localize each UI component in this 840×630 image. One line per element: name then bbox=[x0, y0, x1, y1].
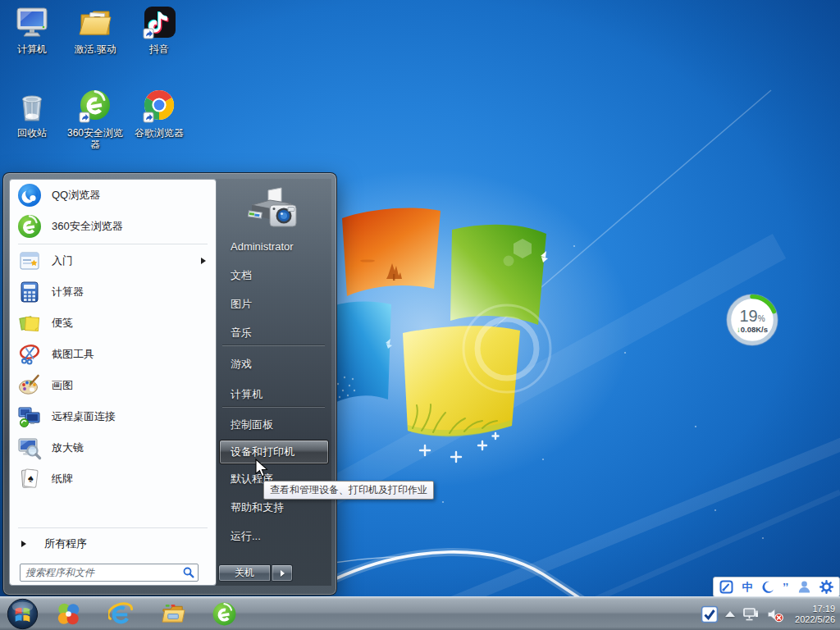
start-item-calculator[interactable]: 计算器 bbox=[13, 276, 212, 308]
desktop-icon-driver-folder[interactable]: 激活.驱动 bbox=[63, 5, 127, 55]
start-right-computer[interactable]: 计算机 bbox=[219, 384, 328, 405]
start-item-label: 入门 bbox=[52, 253, 73, 268]
start-item-label: 画图 bbox=[52, 378, 73, 393]
tray-date: 2022/5/26 bbox=[791, 614, 835, 625]
ime-mode-indicator[interactable]: 中 bbox=[742, 582, 752, 592]
start-menu-separator bbox=[18, 244, 208, 244]
start-right-help-support[interactable]: 帮助和支持 bbox=[219, 497, 328, 518]
start-menu-right-panel: Administrator 文档 图片 音乐 游戏 计算机 控制面板 设备和打印… bbox=[216, 179, 331, 586]
desktop-icon-recycle-bin[interactable]: 回收站 bbox=[0, 89, 64, 139]
tray-clock[interactable]: 17:19 2022/5/26 bbox=[791, 604, 835, 625]
network-speed-widget[interactable]: 19% ↓0.08K/s bbox=[726, 294, 778, 346]
desktop-icon-label: 抖音 bbox=[127, 43, 191, 55]
solitaire-icon: ♠ bbox=[17, 467, 42, 491]
start-item-qq-browser[interactable]: QQ浏览器 bbox=[13, 180, 212, 211]
desktop-icon-label: 激活.驱动 bbox=[63, 43, 127, 55]
start-menu: QQ浏览器 360安全浏览器 bbox=[2, 172, 337, 596]
start-item-paint[interactable]: 画图 bbox=[13, 370, 212, 401]
desktop-icon-label: 回收站 bbox=[0, 127, 64, 139]
desktop-icon-chrome[interactable]: 谷歌浏览器 bbox=[127, 89, 191, 139]
start-item-label: 便笺 bbox=[52, 316, 73, 331]
start-item-360-browser[interactable]: 360安全浏览器 bbox=[13, 211, 212, 242]
start-menu-separator bbox=[18, 527, 208, 528]
all-programs-button[interactable]: 所有程序 bbox=[13, 529, 212, 559]
taskbar: 17:19 2022/5/26 bbox=[0, 596, 840, 630]
start-right-music[interactable]: 音乐 bbox=[219, 322, 328, 344]
tray-time: 17:19 bbox=[791, 604, 835, 614]
shutdown-options-button[interactable] bbox=[272, 564, 293, 582]
devices-printers-tooltip: 查看和管理设备、打印机及打印作业 bbox=[263, 481, 434, 500]
chrome-icon bbox=[141, 89, 177, 125]
start-item-remote-desktop[interactable]: 远程桌面连接 bbox=[13, 401, 212, 432]
start-button[interactable] bbox=[7, 598, 39, 630]
start-menu-left-panel: QQ浏览器 360安全浏览器 bbox=[9, 179, 217, 586]
start-item-label: 360安全浏览器 bbox=[52, 219, 123, 234]
calculator-icon bbox=[17, 280, 42, 304]
all-programs-arrow-icon bbox=[21, 541, 26, 547]
recycle-bin-icon bbox=[14, 89, 50, 125]
shutdown-arrow-icon bbox=[281, 570, 285, 577]
tray-security-check-icon[interactable] bbox=[701, 605, 719, 623]
start-right-separator bbox=[222, 407, 325, 408]
start-item-snipping-tool[interactable]: 截图工具 bbox=[13, 339, 212, 370]
desktop-icon-label: 360安全浏览器 bbox=[63, 127, 127, 150]
shortcut-arrow-icon bbox=[80, 112, 89, 122]
desktop-icon-360-browser[interactable]: 360安全浏览器 bbox=[63, 89, 127, 150]
search-input[interactable] bbox=[20, 564, 199, 582]
start-item-getting-started[interactable]: 入门 bbox=[13, 245, 212, 276]
speed-percent: 19% bbox=[726, 307, 778, 326]
start-item-sticky-notes[interactable]: 便笺 bbox=[13, 308, 212, 339]
taskbar-internet-explorer-icon[interactable] bbox=[108, 601, 134, 627]
start-right-devices-printers[interactable]: 设备和打印机 bbox=[219, 440, 329, 464]
taskbar-360-browser-icon[interactable] bbox=[212, 601, 237, 627]
start-item-solitaire[interactable]: ♠ 纸牌 bbox=[13, 463, 212, 495]
360-browser-icon bbox=[77, 89, 113, 125]
start-right-user[interactable]: Administrator bbox=[219, 236, 328, 258]
magnifier-icon bbox=[17, 436, 42, 460]
ime-user-icon[interactable] bbox=[797, 580, 811, 594]
qq-browser-icon bbox=[17, 183, 42, 208]
ime-settings-gear-icon[interactable] bbox=[819, 580, 833, 594]
tray-volume-muted-icon[interactable] bbox=[766, 606, 784, 623]
start-right-pictures[interactable]: 图片 bbox=[219, 294, 328, 315]
shortcut-arrow-icon bbox=[144, 112, 153, 122]
submenu-arrow-icon bbox=[201, 258, 206, 264]
desktop-icon-label: 谷歌浏览器 bbox=[127, 127, 191, 139]
ime-punctuation-icon[interactable]: ’’ bbox=[783, 582, 788, 592]
start-item-label: QQ浏览器 bbox=[52, 188, 100, 203]
all-programs-label: 所有程序 bbox=[44, 536, 87, 551]
360-browser-icon bbox=[17, 214, 42, 239]
getting-started-icon bbox=[17, 249, 42, 273]
search-box bbox=[20, 564, 199, 582]
computer-icon bbox=[14, 5, 50, 41]
speed-rate: ↓0.08K/s bbox=[726, 325, 778, 334]
desktop-icon-tiktok[interactable]: 抖音 bbox=[127, 5, 191, 55]
start-right-documents[interactable]: 文档 bbox=[219, 265, 328, 286]
desktop: 计算机 激活.驱动 抖音 bbox=[0, 0, 840, 630]
start-right-run[interactable]: 运行... bbox=[219, 526, 328, 547]
show-hidden-icons-button[interactable] bbox=[725, 611, 735, 617]
taskbar-360-safe-icon[interactable] bbox=[56, 601, 81, 627]
start-right-separator bbox=[222, 345, 325, 346]
desktop-icon-label: 计算机 bbox=[0, 43, 64, 55]
ime-gauge-icon[interactable] bbox=[719, 580, 733, 594]
devices-printers-tile-icon bbox=[245, 187, 301, 233]
desktop-icon-computer[interactable]: 计算机 bbox=[0, 5, 64, 55]
tiktok-icon bbox=[141, 5, 177, 41]
start-right-control-panel[interactable]: 控制面板 bbox=[219, 414, 328, 436]
snipping-tool-icon bbox=[17, 342, 42, 367]
start-item-label: 放大镜 bbox=[52, 441, 84, 455]
remote-desktop-icon bbox=[17, 404, 42, 429]
search-icon bbox=[183, 567, 194, 578]
start-right-games[interactable]: 游戏 bbox=[219, 354, 328, 375]
shutdown-button[interactable]: 关机 bbox=[218, 564, 271, 582]
start-item-label: 纸牌 bbox=[52, 472, 73, 486]
start-item-label: 截图工具 bbox=[52, 347, 94, 362]
ime-toolbar: 中 ’’ bbox=[713, 577, 840, 597]
start-item-magnifier[interactable]: 放大镜 bbox=[13, 432, 212, 463]
ime-moon-icon[interactable] bbox=[761, 581, 774, 594]
taskbar-explorer-folder-icon[interactable] bbox=[161, 601, 186, 627]
start-item-label: 计算器 bbox=[52, 285, 84, 299]
tray-network-icon[interactable] bbox=[742, 606, 760, 623]
shortcut-arrow-icon bbox=[144, 29, 153, 39]
